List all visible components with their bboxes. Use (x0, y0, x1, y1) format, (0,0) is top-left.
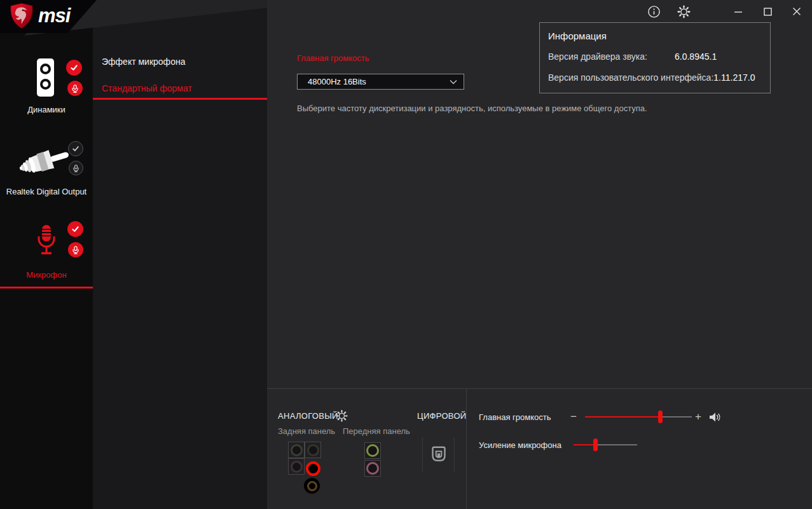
close-icon (792, 7, 801, 16)
gear-icon (677, 5, 691, 18)
rear-jack-mic-active[interactable] (306, 461, 320, 476)
speakers-mic-badge (67, 81, 83, 96)
close-button[interactable] (787, 1, 807, 22)
front-jack-mic[interactable] (364, 460, 381, 477)
bottom-panel-vertical-divider (466, 389, 467, 509)
volume-minus-button[interactable]: − (570, 412, 577, 421)
maximize-icon (764, 8, 772, 16)
ui-version-value: 1.11.217.0 (713, 72, 755, 83)
rear-panel-label: Задняя панель (278, 426, 335, 436)
analog-settings-button[interactable] (336, 410, 348, 422)
minimize-icon (734, 7, 743, 16)
device-sidebar: Динамики Rea (0, 0, 93, 509)
driver-version-label: Версия драйвера звука: (548, 51, 647, 62)
digital-label: ЦИФРОВОЙ (417, 411, 466, 421)
digital-mic-badge (69, 161, 83, 175)
master-volume-handle[interactable] (658, 411, 663, 423)
check-icon (70, 64, 78, 72)
app-header: msi (0, 0, 267, 36)
maximize-button[interactable] (757, 1, 778, 22)
gear-icon (336, 410, 348, 422)
front-jack-headphone[interactable] (364, 442, 381, 459)
chevron-down-icon (450, 79, 457, 85)
realtek-audio-console-window: Динамики Rea (0, 0, 812, 509)
ui-version-label: Версия пользовательского интерфейса: (548, 72, 713, 83)
digital-plug-icon (18, 144, 70, 182)
sample-rate-dropdown[interactable]: 48000Hz 16Bits (297, 74, 464, 90)
selected-menu-indicator (93, 98, 267, 100)
settings-menu-column: Эффект микрофона Стандартный формат (93, 0, 267, 509)
mic-boost-handle[interactable] (593, 438, 598, 451)
mic-boost-track[interactable] (574, 444, 637, 445)
msi-logo: msi (9, 3, 70, 29)
volume-plus-button[interactable]: + (695, 412, 701, 421)
rear-jack-5[interactable] (304, 478, 320, 494)
sidebar-item-label: Realtek Digital Output (0, 187, 93, 196)
speakers-active-badge (66, 60, 82, 76)
master-volume-label: Главная громкость (479, 412, 551, 422)
digital-cell-divider-left (422, 437, 423, 472)
toslink-port-icon[interactable] (430, 445, 447, 463)
mic-icon (72, 246, 79, 254)
info-icon (647, 5, 661, 18)
info-button[interactable] (643, 1, 664, 22)
rear-jack-3[interactable] (288, 458, 305, 475)
settings-button[interactable] (673, 1, 694, 22)
rear-jack-2[interactable] (305, 442, 321, 458)
rear-jack-1[interactable] (288, 442, 305, 458)
digital-cell-divider-right (454, 437, 455, 472)
check-icon (71, 225, 79, 233)
speaker-volume-icon[interactable] (709, 412, 721, 423)
section-title: Главная громкость (297, 53, 369, 63)
sample-rate-value: 48000Hz 16Bits (308, 77, 450, 86)
menu-item-mic-effect[interactable]: Эффект микрофона (102, 57, 185, 67)
check-icon (72, 145, 79, 153)
info-panel-title: Информация (548, 31, 607, 41)
mic-icon (71, 85, 79, 93)
minimize-button[interactable] (728, 1, 748, 22)
sidebar-item-label: Динамики (0, 105, 93, 114)
microphone-active-badge (67, 221, 83, 237)
analog-label: АНАЛОГОВЫЙ (278, 411, 338, 421)
main-content: Информация Версия драйвера звука: 6.0.89… (267, 0, 812, 509)
sidebar-item-label: Микрофон (0, 270, 93, 280)
speakers-icon (37, 58, 54, 97)
front-panel-label: Передняя панель (343, 426, 410, 436)
digital-active-badge (68, 141, 83, 156)
msi-shield-icon (9, 3, 34, 29)
microphone-mic-badge (68, 242, 83, 257)
mic-icon (72, 165, 79, 172)
info-panel: Информация Версия драйвера звука: 6.0.89… (539, 22, 771, 93)
selected-device-indicator (0, 287, 93, 288)
menu-item-default-format[interactable]: Стандартный формат (102, 83, 192, 93)
microphone-icon (36, 224, 57, 257)
mic-boost-label: Усиление микрофона (479, 440, 561, 450)
bottom-panel-divider (267, 388, 812, 389)
section-description: Выберите частоту дискретизации и разрядн… (297, 104, 647, 113)
msi-logo-text: msi (38, 3, 70, 29)
driver-version-value: 6.0.8945.1 (675, 51, 717, 62)
master-volume-track[interactable] (585, 416, 692, 417)
